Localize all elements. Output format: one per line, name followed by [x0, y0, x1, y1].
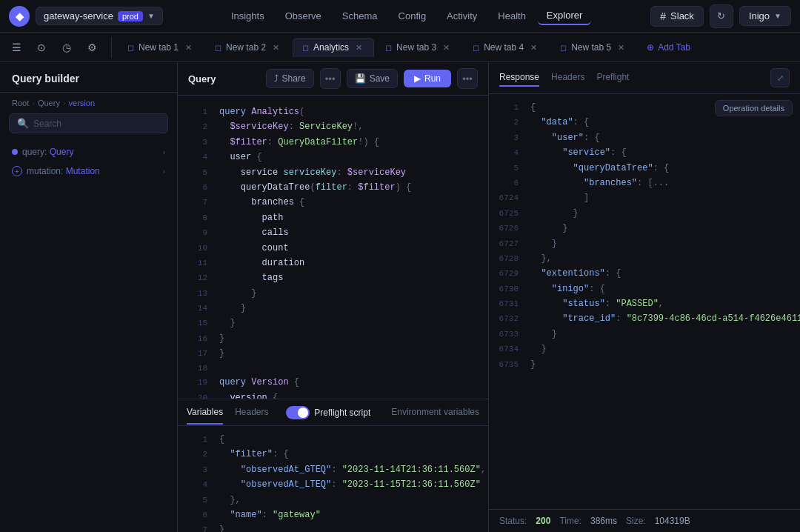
- nav-explorer[interactable]: Explorer: [538, 7, 591, 25]
- sidebar-tree: query: Query › + mutation: Mutation ›: [0, 139, 177, 532]
- service-name: gateway-service: [44, 10, 113, 21]
- app-logo: ◆: [9, 6, 30, 27]
- tab-label: Analytics: [313, 42, 349, 53]
- tab-close-icon[interactable]: ✕: [528, 42, 539, 53]
- save-button[interactable]: 💾 Save: [347, 69, 398, 88]
- tab-label: New tab 1: [139, 42, 179, 53]
- code-line-2: 2 $serviceKey: ServiceKey!,: [178, 119, 488, 134]
- query-panel-title: Query: [188, 73, 260, 84]
- nav-activity[interactable]: Activity: [438, 7, 486, 24]
- resp-line-3: 3 "user": {: [489, 130, 800, 145]
- resp-line-6733: 6733 }: [489, 327, 800, 342]
- tree-item-query[interactable]: query: Query ›: [0, 142, 177, 162]
- var-line-1: 1 {: [178, 432, 488, 447]
- search-icon: 🔍: [17, 118, 29, 129]
- var-line-6: 6 "name": "gateway": [178, 508, 488, 522]
- resp-line-6724: 6724 ]: [489, 190, 800, 205]
- nav-insights[interactable]: Insights: [222, 7, 273, 24]
- time-label: Time:: [559, 516, 581, 526]
- code-line-14: 14 }: [178, 301, 488, 316]
- tab-new-tab-1[interactable]: ◻ New tab 1 ✕: [118, 38, 204, 57]
- resp-tab-preflight[interactable]: Preflight: [596, 69, 629, 87]
- resp-tab-headers[interactable]: Headers: [551, 69, 584, 87]
- tab-analytics[interactable]: ◻ Analytics ✕: [293, 38, 374, 57]
- nav-right: # Slack ↻ Inigo ▼: [650, 4, 791, 28]
- slack-label: Slack: [670, 10, 694, 21]
- var-line-5: 5 },: [178, 493, 488, 508]
- query-more-button[interactable]: •••: [320, 68, 341, 89]
- breadcrumb-root[interactable]: Root: [12, 99, 29, 107]
- tab-close-icon[interactable]: ✕: [616, 42, 627, 53]
- sidebar-icons: ☰ ⊙ ◷ ⚙: [6, 37, 112, 58]
- query-panel: Query ⤴ Share ••• 💾 Save ▶ Run ••• 1: [178, 62, 489, 532]
- search-input[interactable]: [33, 119, 160, 129]
- resp-line-6731: 6731 "status": "PASSED",: [489, 296, 800, 311]
- code-line-1: 1 query Analytics(: [178, 104, 488, 119]
- vars-tab-headers[interactable]: Headers: [235, 401, 268, 425]
- tab-new-tab-5[interactable]: ◻ New tab 5 ✕: [550, 38, 636, 57]
- resp-tab-response[interactable]: Response: [499, 69, 539, 87]
- history-button[interactable]: ⊙: [31, 37, 52, 58]
- nav-config[interactable]: Config: [390, 7, 436, 24]
- resp-line-4: 4 "service": {: [489, 145, 800, 160]
- refresh-button[interactable]: ↻: [710, 4, 733, 28]
- tab-new-tab-2[interactable]: ◻ New tab 2 ✕: [205, 38, 291, 57]
- vars-code[interactable]: 1 { 2 "filter": { 3 "observedAt_GTEQ": "…: [178, 426, 488, 532]
- run-label: Run: [424, 73, 441, 84]
- vars-tab-env[interactable]: Environment variables: [391, 401, 479, 425]
- preflight-toggle[interactable]: [286, 406, 310, 419]
- service-selector[interactable]: gateway-service prod ▼: [36, 7, 163, 25]
- search-box[interactable]: 🔍: [9, 113, 168, 133]
- share-button[interactable]: ⤴ Share: [266, 69, 314, 88]
- breadcrumb-sep-2: ›: [63, 99, 66, 107]
- nav-schema[interactable]: Schema: [333, 7, 387, 24]
- tab-label: New tab 2: [226, 42, 266, 53]
- nav-health[interactable]: Health: [489, 7, 535, 24]
- code-line-4: 4 user {: [178, 150, 488, 164]
- user-menu[interactable]: Inigo ▼: [739, 6, 791, 26]
- tab-close-icon[interactable]: ✕: [353, 42, 364, 53]
- add-tab-button[interactable]: ⊕ Add Tab: [638, 39, 699, 56]
- share-icon: ⤴: [274, 73, 279, 84]
- resp-line-6: 6 "branches": [...: [489, 176, 800, 190]
- sidebar: Query builder Root › Query › version 🔍 q…: [0, 62, 178, 532]
- run-more-button[interactable]: •••: [457, 68, 478, 89]
- sidebar-title: Query builder: [12, 73, 79, 84]
- expand-button[interactable]: ⤢: [770, 68, 790, 87]
- response-status: Status: 200 Time: 386ms Size: 104319B: [489, 509, 800, 532]
- tab-close-icon[interactable]: ✕: [441, 42, 452, 53]
- tab-new-tab-3[interactable]: ◻ New tab 3 ✕: [376, 38, 461, 57]
- collections-button[interactable]: ◷: [56, 37, 77, 58]
- tree-query-label: query: Query: [22, 147, 159, 157]
- tab-close-icon[interactable]: ✕: [270, 42, 281, 53]
- operation-details-button[interactable]: Operation details: [715, 100, 793, 116]
- top-nav: ◆ gateway-service prod ▼ Insights Observ…: [0, 0, 800, 33]
- nav-observe[interactable]: Observe: [276, 7, 330, 24]
- breadcrumb-current: version: [69, 99, 95, 107]
- sidebar-toggle-button[interactable]: ☰: [6, 37, 27, 58]
- tab-close-icon[interactable]: ✕: [183, 42, 194, 53]
- code-line-7: 7 branches {: [178, 195, 488, 210]
- settings-icon-button[interactable]: ⚙: [81, 37, 102, 58]
- tree-item-mutation[interactable]: + mutation: Mutation ›: [0, 162, 177, 181]
- plus-icon: ⊕: [647, 42, 654, 53]
- size-value: 104319B: [655, 516, 690, 526]
- code-line-15: 15 }: [178, 316, 488, 330]
- tab-doc-icon: ◻: [127, 43, 134, 53]
- breadcrumb-query[interactable]: Query: [38, 99, 60, 107]
- vars-tab-preflight[interactable]: Preflight script: [314, 408, 370, 418]
- tab-new-tab-4[interactable]: ◻ New tab 4 ✕: [463, 38, 549, 57]
- code-editor[interactable]: 1 query Analytics( 2 $serviceKey: Servic…: [178, 96, 488, 399]
- run-button[interactable]: ▶ Run: [404, 70, 451, 87]
- code-line-9: 9 calls: [178, 225, 488, 240]
- query-dot-icon: [12, 149, 18, 155]
- slack-button[interactable]: # Slack: [650, 6, 704, 27]
- resp-line-6734: 6734 }: [489, 342, 800, 356]
- vars-tab-variables[interactable]: Variables: [187, 401, 223, 425]
- expand-icon: ⤢: [777, 73, 784, 83]
- response-body[interactable]: Operation details 1 { 2 "data": { 3 "use…: [489, 94, 800, 509]
- resp-line-6726: 6726 }: [489, 221, 800, 236]
- code-line-10: 10 count: [178, 241, 488, 256]
- slack-icon: #: [660, 10, 666, 22]
- add-tab-label: Add Tab: [658, 42, 690, 53]
